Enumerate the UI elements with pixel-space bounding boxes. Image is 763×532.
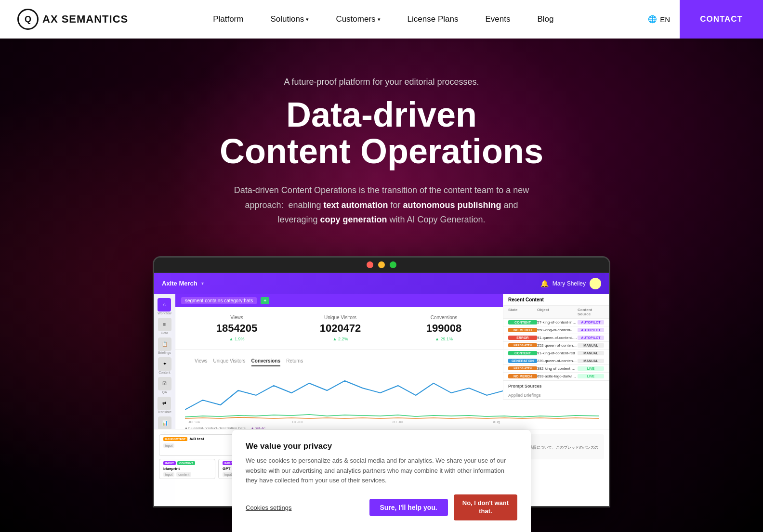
nav-platform[interactable]: Platform xyxy=(199,0,257,39)
logo[interactable]: Q AX SEMANTICS xyxy=(17,9,128,30)
prompt-sources-label: Prompt Sources xyxy=(503,380,609,391)
chart-tab-views[interactable]: Views xyxy=(195,358,208,366)
nav-right: 🌐 EN CONTACT xyxy=(638,0,763,39)
dot-red xyxy=(367,261,373,268)
hero-subtitle: A future-proof platform for your editori… xyxy=(284,77,479,87)
nav-blog[interactable]: Blog xyxy=(524,0,567,39)
nav-left: Q AX SEMANTICS xyxy=(0,9,128,30)
cookie-no-button[interactable]: No, I don't wantthat. xyxy=(454,494,517,520)
contact-button[interactable]: CONTACT xyxy=(680,0,763,39)
recent-content-cols: State Object Content Source xyxy=(503,306,609,319)
language-label: EN xyxy=(660,15,670,24)
sidebar-icon-data[interactable]: ≡ xyxy=(158,318,171,331)
stat-conversions: Conversions 199008 ▲ 29.1% xyxy=(392,315,496,341)
laptop-top-bar xyxy=(154,258,609,273)
filter-tag[interactable]: segment contains category:hats xyxy=(181,297,257,304)
language-button[interactable]: 🌐 EN xyxy=(638,0,680,39)
wf-node-blueprint: INPUT CONTENT blueprint inputcontent xyxy=(159,459,215,479)
recent-row: CONTENT 57-king-of-content-indigo-blue A… xyxy=(503,319,609,326)
customers-chevron-icon: ▾ xyxy=(378,16,381,23)
nav-events[interactable]: Events xyxy=(472,0,524,39)
hero-desc: Data-driven Content Operations is the tr… xyxy=(232,183,531,227)
chart-tab-returns[interactable]: Returns xyxy=(286,358,303,366)
recent-row: ERROR 91-queen-of-content-royalblue AUTO… xyxy=(503,334,609,342)
nav-customers[interactable]: Customers ▾ xyxy=(322,0,394,39)
app-avatar xyxy=(590,278,601,289)
solutions-chevron-icon: ▾ xyxy=(306,16,309,23)
svg-text:Aug: Aug xyxy=(493,420,500,424)
app-header: Axite Merch ▾ 🔔 Mary Shelley xyxy=(154,273,609,294)
app-brand: Axite Merch xyxy=(162,280,197,287)
recent-content-panel: Recent Content State Object Content Sour… xyxy=(503,294,609,400)
logo-icon: Q xyxy=(17,9,39,30)
svg-text:20 Jul: 20 Jul xyxy=(392,420,403,424)
sidebar-icon-home[interactable]: ⌂ xyxy=(158,298,171,311)
stat-views: Views 1854205 ▲ 1.9% xyxy=(185,315,289,341)
nav-solutions[interactable]: Solutions ▾ xyxy=(257,0,322,39)
app-username: Mary Shelley xyxy=(553,280,586,287)
app-header-right: 🔔 Mary Shelley xyxy=(540,278,601,289)
sidebar-icon-qa[interactable]: ☑ xyxy=(158,377,171,390)
cookie-text: We use cookies to personalize ads & soci… xyxy=(246,456,517,486)
globe-icon: 🌐 xyxy=(648,15,657,24)
recent-row: NO MERCH 693-axite-logo-dark/leather LIV… xyxy=(503,373,609,380)
navigation: Q AX SEMANTICS Platform Solutions ▾ Cust… xyxy=(0,0,763,39)
nav-license-plans[interactable]: License Plans xyxy=(394,0,472,39)
cookie-title: We value your privacy xyxy=(246,441,517,451)
recent-content-header: Recent Content xyxy=(503,294,609,306)
sidebar-icon-translate[interactable]: ⇄ xyxy=(158,397,171,410)
hero-title-line2: Content Operations xyxy=(220,132,543,170)
recent-row: NEEDS ATTN 252-queen-of-content-khaki MA… xyxy=(503,342,609,350)
recent-row: GENERATION 239-queen-of-content-white MA… xyxy=(503,357,609,365)
svg-text:10 Jul: 10 Jul xyxy=(291,420,303,424)
chart-tabs: Views Unique Visitors Conversions Return… xyxy=(185,353,313,366)
recent-row: CONTENT 91-king-of-content-red MANUAL xyxy=(503,350,609,357)
chart-tab-conversions[interactable]: Conversions xyxy=(251,358,281,366)
bell-icon: 🔔 xyxy=(540,280,549,287)
cookie-yes-button[interactable]: Sure, I'll help you. xyxy=(369,499,448,516)
sidebar-icon-content[interactable]: ✦ xyxy=(158,357,171,371)
stat-unique-visitors: Unique Visitors 1020472 ▲ 2.2% xyxy=(289,315,392,341)
cookies-settings-link[interactable]: Cookies settings xyxy=(246,504,291,511)
recent-row: NO MERCH 550-king-of-content-black AUTOP… xyxy=(503,326,609,334)
applied-briefings-label: Applied Briefings xyxy=(503,391,609,399)
sidebar-icon-insights[interactable]: 📊 xyxy=(158,416,171,430)
svg-text:Jul '24: Jul '24 xyxy=(188,420,200,424)
chart-tab-unique-visitors[interactable]: Unique Visitors xyxy=(213,358,246,366)
app-header-left: Axite Merch ▾ xyxy=(162,280,204,287)
logo-text: AX SEMANTICS xyxy=(42,13,128,26)
sidebar-icon-briefings[interactable]: 📋 xyxy=(158,337,171,351)
cookie-actions: Cookies settings Sure, I'll help you. No… xyxy=(246,494,517,520)
filter-plus[interactable]: + xyxy=(261,297,269,304)
nav-links: Platform Solutions ▾ Customers ▾ License… xyxy=(199,0,567,39)
app-brand-chevron: ▾ xyxy=(201,281,204,286)
dot-yellow xyxy=(378,261,385,268)
cookie-banner: We value your privacy We use cookies to … xyxy=(232,430,531,532)
recent-row: NEEDS ATTN 382-king-of-content-white LIV… xyxy=(503,365,609,373)
hero-title: Data-driven Content Operations xyxy=(220,97,543,169)
dot-green xyxy=(390,261,396,268)
hero-title-line1: Data-driven xyxy=(286,95,477,134)
